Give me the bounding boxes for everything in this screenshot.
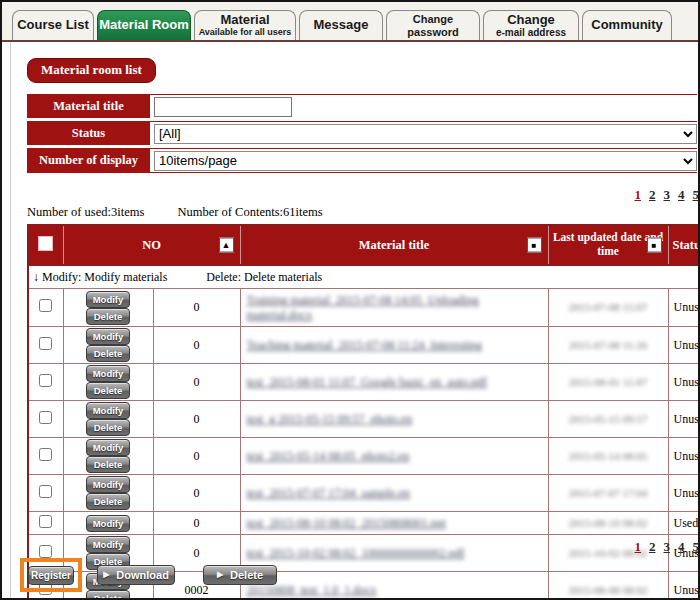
row-checkbox[interactable] [39, 337, 52, 350]
status-cell: Unused [668, 572, 700, 600]
modify-row-button[interactable]: Modify [86, 291, 130, 308]
tab-change-email[interactable]: Changee-mail address [483, 10, 579, 40]
status-cell: Unused [668, 289, 700, 327]
delete-row-button[interactable]: Delete [86, 345, 130, 362]
page-link-5[interactable]: 5 [693, 187, 700, 202]
register-button[interactable]: Register [28, 566, 74, 585]
tab-change-password[interactable]: Change password [386, 10, 480, 40]
tab-material-room[interactable]: Material Room [97, 10, 191, 40]
delete-row-button[interactable]: Delete [86, 419, 130, 436]
updated-date: 2015-08-01 11:07 [569, 376, 648, 388]
counts-bar: Number of used:3items Number of Contents… [27, 205, 353, 220]
delete-row-button[interactable]: Delete [86, 456, 130, 473]
page-link-1[interactable]: 1 [635, 187, 642, 202]
no-cell: 0 [153, 438, 240, 475]
updated-date: 2015-05-15 09:57 [568, 413, 647, 425]
legend-row: ↓ Modify: Modify materials Delete: Delet… [28, 265, 700, 289]
row-checkbox[interactable] [39, 448, 52, 461]
page-link-1[interactable]: 1 [635, 539, 642, 554]
items-per-page-select[interactable]: 10items/page [154, 151, 697, 171]
no-cell: 0 [153, 475, 240, 512]
modify-row-button[interactable]: Modify [86, 365, 130, 382]
sort-ascending-icon[interactable]: ▲ [219, 238, 234, 253]
tab-label: Community [591, 18, 663, 32]
last-updated-column-header: Last updated date and time ■ [548, 225, 668, 265]
modify-row-button[interactable]: Modify [86, 439, 130, 456]
material-title-link[interactable]: test_g 2015-05-15 09:57_photo.en [247, 412, 413, 427]
modify-row-button[interactable]: Modify [86, 515, 130, 532]
modify-row-button[interactable]: Modify [86, 536, 130, 553]
legend-delete: Delete: Delete materials [206, 270, 322, 284]
last-updated-cell: 2015-07-08 11:26 [548, 327, 668, 364]
delete-button[interactable]: ▶ Delete [203, 565, 277, 585]
last-updated-cell: 2015-08-10 08:02 [548, 512, 668, 535]
page-link-2[interactable]: 2 [649, 187, 656, 202]
material-title-link[interactable]: Training material_2015-07-08 14:05_Uploa… [247, 293, 479, 308]
row-checkbox[interactable] [39, 374, 52, 387]
tab-label: Material Room [99, 18, 189, 32]
row-checkbox[interactable] [39, 515, 52, 528]
no-cell: 0 [153, 512, 240, 535]
row-actions-cell: Modify [63, 512, 153, 535]
number-of-used: Number of used:3items [27, 205, 144, 219]
filter-form: Material title Status [All] Number of di… [27, 94, 697, 176]
updated-date: 2015-08-08 08:02 [568, 584, 647, 596]
filter-row-material-title: Material title [27, 94, 697, 118]
material-title-link[interactable]: Teaching material_2015-07-08 11:24_Inter… [247, 338, 482, 353]
select-all-header [28, 225, 63, 265]
delete-row-button[interactable]: Delete [86, 382, 130, 399]
last-updated-cell: 2015-07-08 15:07 [548, 289, 668, 327]
table-row: ModifyDelete0Training material_2015-07-0… [28, 289, 700, 327]
sort-icon[interactable]: ■ [527, 238, 542, 253]
page-link-4[interactable]: 4 [678, 187, 685, 202]
tab-message[interactable]: Message [299, 10, 383, 40]
status-cell: Unused [668, 364, 700, 401]
material-title-input[interactable] [154, 97, 292, 117]
updated-date: 2015-07-08 15:07 [568, 301, 647, 313]
select-all-checkbox[interactable] [38, 236, 53, 251]
play-icon: ▶ [217, 571, 223, 579]
table-row: ModifyDelete0Teaching material_2015-07-0… [28, 327, 700, 364]
modify-row-button[interactable]: Modify [86, 402, 130, 419]
tab-community[interactable]: Community [582, 10, 672, 40]
download-label: Download [116, 569, 169, 581]
page-link-3[interactable]: 3 [664, 539, 671, 554]
row-actions-cell: ModifyDelete [63, 401, 153, 438]
material-title-link[interactable]: test_2015-10-02 08:02_10000000000002.pdf [247, 546, 465, 561]
page-link-3[interactable]: 3 [664, 187, 671, 202]
status-select[interactable]: [All] [154, 124, 697, 144]
last-updated-cell: 2015-05-14 08:05 [548, 438, 668, 475]
play-icon: ▶ [103, 571, 109, 579]
page-link-4[interactable]: 4 [678, 539, 685, 554]
no-cell: 0 [153, 401, 240, 438]
material-title-link[interactable]: test_2015-05-14 08:05_photo2.en [247, 449, 410, 464]
page-link-5[interactable]: 5 [693, 539, 700, 554]
delete-row-button[interactable]: Delete [86, 308, 130, 325]
material-title-cell: Training material_2015-07-08 14:05_Uploa… [240, 289, 548, 327]
row-checkbox[interactable] [39, 545, 52, 558]
material-title-link[interactable]: test_2015-07-07 17:04_sample.en [247, 486, 410, 501]
page-link-2[interactable]: 2 [649, 539, 656, 554]
material-title-link[interactable]: material.docx [247, 308, 313, 323]
modify-row-button[interactable]: Modify [86, 476, 130, 493]
row-actions-cell: ModifyDelete [63, 364, 153, 401]
updated-date: 2015-08-10 08:02 [568, 517, 647, 529]
table-row: ModifyDelete0test_g 2015-05-15 09:57_pho… [28, 401, 700, 438]
row-checkbox[interactable] [39, 299, 52, 312]
download-button[interactable]: ▶ Download [97, 565, 175, 585]
filter-row-number-of-display: Number of display 10items/page [27, 148, 697, 173]
material-title-cell: test_2015-08-01 11:07_Google basic_en_au… [240, 364, 548, 401]
row-checkbox[interactable] [39, 411, 52, 424]
material-title-link[interactable]: test_2015-08-10 08:02_20150808001.ppt [247, 516, 446, 531]
delete-row-button[interactable]: Delete [86, 493, 130, 510]
row-checkbox[interactable] [39, 485, 52, 498]
register-highlight-annotation: Register [20, 558, 82, 592]
material-title-link[interactable]: test_2015-08-01 11:07_Google basic_en_au… [247, 375, 488, 390]
tab-sublabel: e-mail address [496, 27, 566, 38]
modify-row-button[interactable]: Modify [86, 328, 130, 345]
tab-course-list[interactable]: Course List [12, 10, 94, 40]
sort-icon[interactable]: ■ [647, 238, 662, 253]
tab-material-all-users[interactable]: MaterialAvailable for all users [194, 10, 296, 40]
status-header-label: Status [673, 238, 700, 252]
tab-label: Change password [387, 13, 479, 37]
